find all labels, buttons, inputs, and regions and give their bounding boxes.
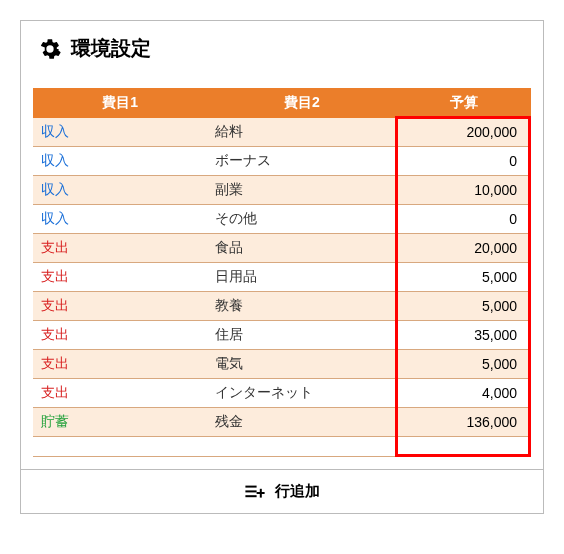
cell-type: 貯蓄	[33, 408, 207, 437]
table-row[interactable]: 収入ボーナス0	[33, 147, 531, 176]
panel-header: 環境設定	[21, 21, 543, 76]
gear-icon	[39, 38, 61, 60]
panel-title: 環境設定	[71, 35, 151, 62]
table-row[interactable]: 支出食品20,000	[33, 234, 531, 263]
cell-item: 教養	[207, 292, 396, 321]
table-row[interactable]: 支出住居35,000	[33, 321, 531, 350]
cell-budget: 20,000	[397, 234, 531, 263]
cell-type: 収入	[33, 176, 207, 205]
svg-rect-0	[245, 485, 256, 487]
table-row[interactable]: 収入副業10,000	[33, 176, 531, 205]
cell-type: 支出	[33, 379, 207, 408]
cell-budget: 5,000	[397, 292, 531, 321]
cell-budget: 10,000	[397, 176, 531, 205]
cell-budget: 5,000	[397, 263, 531, 292]
table-header-row: 費目1 費目2 予算	[33, 88, 531, 118]
svg-rect-1	[245, 490, 256, 492]
cell-type: 収入	[33, 118, 207, 147]
table-row[interactable]: 収入給料200,000	[33, 118, 531, 147]
settings-panel: 環境設定 費目1 費目2 予算 収入給料200,000収入ボーナス0収入副業10…	[20, 20, 544, 514]
cell-item: 給料	[207, 118, 396, 147]
table-row[interactable]: 貯蓄残金136,000	[33, 408, 531, 437]
cell-item: 残金	[207, 408, 396, 437]
table-row[interactable]: 支出教養5,000	[33, 292, 531, 321]
cell-type: 支出	[33, 292, 207, 321]
table-spacer-row	[33, 437, 531, 457]
col-header-budget: 予算	[397, 88, 531, 118]
cell-budget: 200,000	[397, 118, 531, 147]
svg-rect-4	[256, 492, 264, 494]
add-row-button[interactable]: 行追加	[21, 469, 543, 513]
add-row-label: 行追加	[275, 482, 320, 501]
cell-item: 日用品	[207, 263, 396, 292]
cell-item: 食品	[207, 234, 396, 263]
table-row[interactable]: 収入その他0	[33, 205, 531, 234]
cell-item: 電気	[207, 350, 396, 379]
svg-rect-2	[245, 495, 256, 497]
cell-budget: 4,000	[397, 379, 531, 408]
cell-item: 副業	[207, 176, 396, 205]
cell-item: 住居	[207, 321, 396, 350]
cell-type: 収入	[33, 205, 207, 234]
col-header-item: 費目2	[207, 88, 396, 118]
col-header-type: 費目1	[33, 88, 207, 118]
cell-type: 支出	[33, 263, 207, 292]
cell-item: その他	[207, 205, 396, 234]
cell-budget: 0	[397, 147, 531, 176]
table-row[interactable]: 支出インターネット4,000	[33, 379, 531, 408]
cell-item: ボーナス	[207, 147, 396, 176]
cell-type: 支出	[33, 321, 207, 350]
cell-type: 収入	[33, 147, 207, 176]
budget-table-wrap: 費目1 費目2 予算 収入給料200,000収入ボーナス0収入副業10,000収…	[33, 88, 531, 457]
cell-type: 支出	[33, 350, 207, 379]
cell-budget: 0	[397, 205, 531, 234]
add-row-icon	[245, 484, 265, 500]
cell-budget: 136,000	[397, 408, 531, 437]
cell-budget: 35,000	[397, 321, 531, 350]
cell-budget: 5,000	[397, 350, 531, 379]
table-row[interactable]: 支出電気5,000	[33, 350, 531, 379]
table-row[interactable]: 支出日用品5,000	[33, 263, 531, 292]
budget-table: 費目1 費目2 予算 収入給料200,000収入ボーナス0収入副業10,000収…	[33, 88, 531, 457]
cell-item: インターネット	[207, 379, 396, 408]
cell-type: 支出	[33, 234, 207, 263]
